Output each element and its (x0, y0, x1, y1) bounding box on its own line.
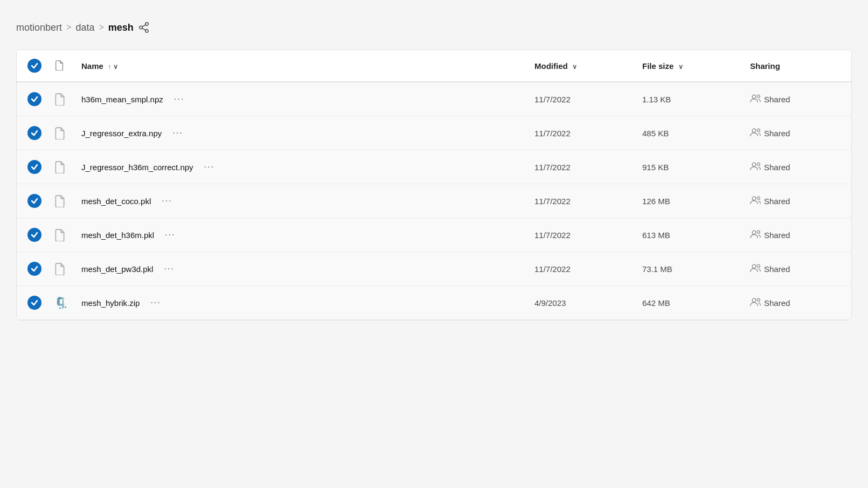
svg-point-16 (757, 264, 760, 267)
header-modified-label: Modified (534, 61, 568, 71)
row-checkbox[interactable] (27, 194, 41, 208)
filename[interactable]: mesh_det_pw3d.pkl (81, 264, 153, 274)
header-modified[interactable]: Modified ∨ (528, 50, 636, 82)
row-sharing-cell: Shared (744, 252, 851, 286)
sharing-people-icon (750, 162, 761, 173)
file-size: 1.13 KB (642, 95, 671, 104)
row-checkbox[interactable] (27, 92, 41, 106)
header-filesize[interactable]: File size ∨ (636, 50, 744, 82)
filesize-sort-chevron[interactable]: ∨ (678, 63, 683, 71)
svg-point-15 (752, 264, 756, 268)
svg-point-17 (752, 298, 756, 302)
filename[interactable]: h36m_mean_smpl.npz (81, 95, 163, 104)
modified-date: 11/7/2022 (534, 95, 571, 104)
row-checkbox-cell[interactable] (17, 286, 48, 320)
row-sharing-cell: Shared (744, 116, 851, 150)
header-checkbox[interactable] (17, 50, 48, 82)
row-size-cell: 642 MB (636, 286, 744, 320)
row-modified-cell: 11/7/2022 (528, 184, 636, 218)
row-file-icon-cell (48, 150, 75, 184)
sharing-info: Shared (750, 297, 845, 309)
svg-point-14 (757, 231, 760, 233)
sharing-label: Shared (764, 129, 790, 138)
row-more-button[interactable]: ··· (168, 126, 187, 140)
modified-sort-chevron[interactable]: ∨ (572, 63, 577, 71)
row-size-cell: 915 KB (636, 150, 744, 184)
modified-date: 11/7/2022 (534, 231, 571, 240)
breadcrumb-motionbert[interactable]: motionbert (16, 22, 62, 33)
row-sharing-cell: Shared (744, 184, 851, 218)
row-checkbox[interactable] (27, 160, 41, 174)
sharing-people-icon (750, 297, 761, 309)
table-row: mesh_det_coco.pkl ···11/7/2022126 MB Sha… (17, 184, 851, 218)
sort-chevron-down[interactable]: ∨ (113, 63, 118, 71)
filename[interactable]: J_regressor_h36m_correct.npy (81, 163, 193, 172)
sharing-info: Shared (750, 229, 845, 241)
doc-file-icon (54, 93, 68, 106)
svg-point-10 (757, 163, 760, 165)
select-all-checkbox[interactable] (27, 59, 41, 73)
row-checkbox[interactable] (27, 228, 41, 242)
modified-date: 11/7/2022 (534, 264, 571, 274)
svg-point-13 (752, 231, 756, 234)
filename[interactable]: mesh_det_coco.pkl (81, 197, 151, 206)
table-row: mesh_det_h36m.pkl ···11/7/2022613 MB Sha… (17, 218, 851, 252)
name-sort-controls[interactable]: ↑ ∨ (108, 63, 118, 71)
svg-point-12 (757, 197, 760, 199)
row-checkbox-cell[interactable] (17, 150, 48, 184)
zip-file-icon: 🗜️ (54, 297, 68, 309)
sharing-label: Shared (764, 231, 790, 240)
row-checkbox-cell[interactable] (17, 252, 48, 286)
row-file-icon-cell: 🗜️ (48, 286, 75, 320)
row-more-button[interactable]: ··· (161, 228, 179, 242)
sharing-people-icon (750, 229, 761, 241)
filename[interactable]: J_regressor_extra.npy (81, 129, 162, 138)
row-name-cell: mesh_det_h36m.pkl ··· (75, 218, 528, 252)
row-checkbox[interactable] (27, 126, 41, 140)
file-size: 642 MB (642, 298, 670, 308)
doc-file-icon (54, 262, 68, 275)
filename[interactable]: mesh_det_h36m.pkl (81, 231, 154, 240)
row-name-cell: J_regressor_extra.npy ··· (75, 116, 528, 150)
modified-date: 4/9/2023 (534, 298, 566, 308)
modified-date: 11/7/2022 (534, 163, 571, 172)
row-modified-cell: 11/7/2022 (528, 218, 636, 252)
filename[interactable]: mesh_hybrik.zip (81, 298, 140, 308)
row-modified-cell: 11/7/2022 (528, 82, 636, 116)
header-name[interactable]: Name ↑ ∨ (75, 50, 528, 82)
file-size: 613 MB (642, 231, 670, 240)
doc-file-icon (54, 161, 68, 173)
row-sharing-cell: Shared (744, 218, 851, 252)
row-modified-cell: 11/7/2022 (528, 150, 636, 184)
row-more-button[interactable]: ··· (200, 160, 219, 174)
row-more-button[interactable]: ··· (159, 262, 178, 276)
row-more-button[interactable]: ··· (170, 92, 189, 106)
sort-arrow-up[interactable]: ↑ (108, 63, 111, 71)
row-checkbox-cell[interactable] (17, 116, 48, 150)
file-table-body: h36m_mean_smpl.npz ···11/7/20221.13 KB S… (17, 82, 851, 320)
share-folder-icon[interactable] (138, 22, 150, 33)
breadcrumb-mesh: mesh (108, 22, 134, 33)
sharing-people-icon (750, 263, 761, 275)
row-name-cell: J_regressor_h36m_correct.npy ··· (75, 150, 528, 184)
breadcrumb-data[interactable]: data (75, 22, 94, 33)
sharing-info: Shared (750, 94, 845, 105)
sharing-label: Shared (764, 163, 790, 172)
row-checkbox[interactable] (27, 296, 41, 310)
table-row: h36m_mean_smpl.npz ···11/7/20221.13 KB S… (17, 82, 851, 116)
breadcrumb-sep-1: > (66, 23, 71, 32)
row-checkbox-cell[interactable] (17, 218, 48, 252)
table-row: J_regressor_h36m_correct.npy ···11/7/202… (17, 150, 851, 184)
row-more-button[interactable]: ··· (157, 194, 176, 208)
row-name-cell: h36m_mean_smpl.npz ··· (75, 82, 528, 116)
row-more-button[interactable]: ··· (146, 296, 165, 310)
svg-line-4 (142, 25, 145, 27)
row-size-cell: 73.1 MB (636, 252, 744, 286)
row-modified-cell: 11/7/2022 (528, 252, 636, 286)
sharing-label: Shared (764, 95, 790, 104)
sharing-info: Shared (750, 162, 845, 173)
sharing-info: Shared (750, 263, 845, 275)
row-checkbox[interactable] (27, 262, 41, 276)
row-checkbox-cell[interactable] (17, 184, 48, 218)
row-checkbox-cell[interactable] (17, 82, 48, 116)
